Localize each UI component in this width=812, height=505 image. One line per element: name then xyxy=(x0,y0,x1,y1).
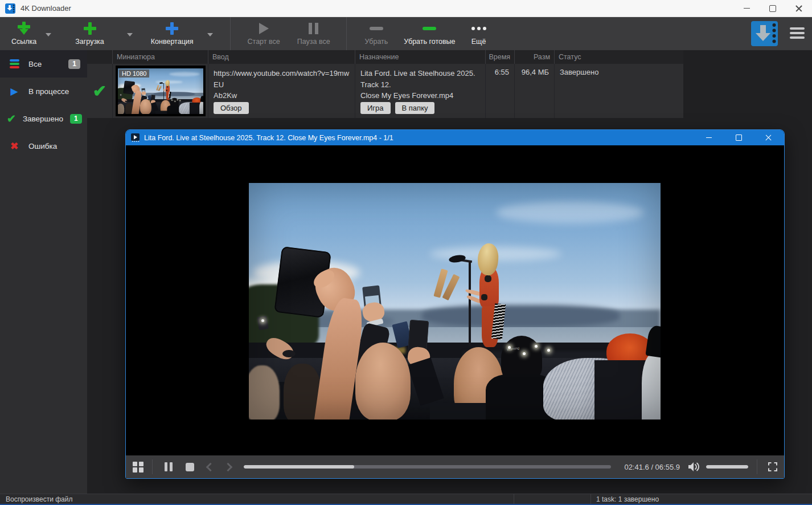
main-toolbar: Ссылка Загрузка Конвертация Старт все Па… xyxy=(0,17,812,50)
player-maximize-button[interactable] xyxy=(726,130,751,145)
quality-badge: HD 1080 xyxy=(119,70,149,78)
row-status-check-icon: ✔ xyxy=(87,64,112,118)
filesize-value: 96,4 МБ xyxy=(515,64,554,76)
sidebar-item-all[interactable]: Все 1 xyxy=(0,50,87,78)
remove-done-button[interactable]: Убрать готовые xyxy=(400,17,458,50)
column-thumbnail: Миниатюра xyxy=(112,50,208,64)
close-icon xyxy=(765,135,772,141)
stop-button[interactable] xyxy=(186,463,194,471)
more-button[interactable]: Ещё xyxy=(468,17,490,50)
download-dropdown[interactable] xyxy=(121,19,138,50)
video-frame: Warning xyxy=(249,183,661,420)
next-button[interactable] xyxy=(222,461,234,473)
remove-button[interactable]: Убрать xyxy=(362,17,392,50)
chevron-down-icon xyxy=(207,33,213,36)
error-icon: ✖ xyxy=(7,140,22,152)
player-close-button[interactable] xyxy=(756,130,781,145)
column-status: Статус xyxy=(554,50,683,64)
player-minimize-button[interactable] xyxy=(696,130,721,145)
downloads-table: Миниатюра Ввод Назначение Время Разм Ста… xyxy=(87,50,683,118)
player-titlebar[interactable]: Lita Ford. Live at Steelhouse 2025. Trac… xyxy=(126,130,784,145)
app-badge-icon xyxy=(751,21,778,46)
row-destination-cell: Lita Ford. Live at Steelhouse 2025. Trac… xyxy=(355,64,485,118)
column-destination: Назначение xyxy=(355,50,485,64)
minimize-icon xyxy=(706,137,712,139)
convert-button[interactable]: Конвертация xyxy=(147,17,197,50)
row-input-cell: https://www.youtube.com/watch?v=19mwEU A… xyxy=(208,64,355,118)
chevron-right-icon xyxy=(223,462,232,471)
start-all-button[interactable]: Старт все xyxy=(244,17,284,50)
minimize-icon xyxy=(744,8,750,9)
status-hint: Воспроизвести файл xyxy=(0,495,514,503)
app-title: 4K Downloader xyxy=(20,4,71,13)
player-controls: 02:41.6 / 06:55.9 xyxy=(126,455,784,478)
column-input: Ввод xyxy=(208,50,355,64)
maximize-icon xyxy=(769,5,776,12)
completed-count-badge: 1 xyxy=(70,114,82,124)
player-window: Lita Ford. Live at Steelhouse 2025. Trac… xyxy=(125,129,785,479)
column-time: Время xyxy=(485,50,514,64)
convert-dropdown[interactable] xyxy=(202,19,219,50)
chevron-down-icon xyxy=(127,33,133,36)
chevron-down-icon xyxy=(46,33,51,36)
app-titlebar: 4K Downloader xyxy=(0,0,812,17)
concert-photo: Warning xyxy=(249,183,661,420)
open-folder-button[interactable]: В папку xyxy=(395,102,435,114)
chevron-left-icon xyxy=(206,462,215,471)
window-minimize-button[interactable] xyxy=(733,0,760,17)
table-header: Миниатюра Ввод Назначение Время Разм Ста… xyxy=(87,50,683,64)
sidebar: Все 1 ▶ В процессе ✔ Завершено 1 ✖ Ошибк… xyxy=(0,50,87,494)
pause-all-icon xyxy=(309,23,318,34)
menu-button[interactable] xyxy=(790,27,805,39)
play-all-icon xyxy=(259,23,269,34)
fullscreen-button[interactable] xyxy=(768,462,777,471)
column-size: Разм xyxy=(514,50,554,64)
pause-button[interactable] xyxy=(161,462,176,471)
time-display: 02:41.6 / 06:55.9 xyxy=(624,463,680,471)
all-count-badge: 1 xyxy=(68,59,80,69)
remove-done-icon xyxy=(423,27,436,30)
table-row[interactable]: ✔ xyxy=(87,64,683,118)
previous-button[interactable] xyxy=(204,461,216,473)
link-button[interactable]: Ссылка xyxy=(8,17,40,50)
volume-slider[interactable] xyxy=(706,465,748,469)
destination-filename: Lita Ford. Live at Steelhouse 2025. Trac… xyxy=(355,64,485,101)
window-maximize-button[interactable] xyxy=(760,0,786,17)
pause-all-button[interactable]: Пауза все xyxy=(294,17,334,50)
maximize-icon xyxy=(736,135,742,141)
add-link-icon xyxy=(18,22,30,35)
playlist-grid-button[interactable] xyxy=(133,462,143,473)
player-title: Lita Ford. Live at Steelhouse 2025. Trac… xyxy=(144,134,692,142)
status-value: Завершено xyxy=(555,64,683,76)
in-progress-icon: ▶ xyxy=(7,85,22,97)
add-download-icon xyxy=(84,22,96,35)
volume-icon[interactable] xyxy=(688,462,701,471)
add-convert-icon xyxy=(166,22,178,35)
seek-progress xyxy=(244,465,354,469)
source-url: https://www.youtube.com/watch?v=19mwEU A… xyxy=(208,64,355,101)
remove-icon xyxy=(370,27,383,30)
fullscreen-icon xyxy=(768,462,777,471)
sidebar-item-in-progress[interactable]: ▶ В процессе xyxy=(0,78,87,105)
video-thumbnail: Warning HD 1080 xyxy=(116,66,206,116)
sidebar-item-completed[interactable]: ✔ Завершено 1 xyxy=(0,105,87,132)
row-thumbnail-cell: Warning HD 1080 xyxy=(112,64,208,118)
volume-level xyxy=(706,465,748,469)
close-icon xyxy=(795,5,802,12)
task-summary: 1 task: 1 завершено xyxy=(591,495,812,503)
app-logo-icon xyxy=(5,3,15,14)
sidebar-item-error[interactable]: ✖ Ошибка xyxy=(0,132,87,160)
link-dropdown[interactable] xyxy=(40,19,57,50)
status-bar: Воспроизвести файл 1 task: 1 завершено xyxy=(0,494,812,505)
seek-bar[interactable] xyxy=(244,465,611,469)
download-button[interactable]: Загрузка xyxy=(72,17,108,50)
player-app-icon xyxy=(131,133,140,142)
ellipsis-icon xyxy=(471,27,486,30)
player-video-area[interactable]: Warning xyxy=(126,145,784,455)
all-items-icon xyxy=(7,59,22,68)
window-close-button[interactable] xyxy=(786,0,812,17)
browse-button[interactable]: Обзор xyxy=(214,102,249,114)
duration-value: 6:55 xyxy=(486,64,514,76)
completed-icon: ✔ xyxy=(7,112,16,125)
play-file-button[interactable]: Игра xyxy=(360,102,391,114)
